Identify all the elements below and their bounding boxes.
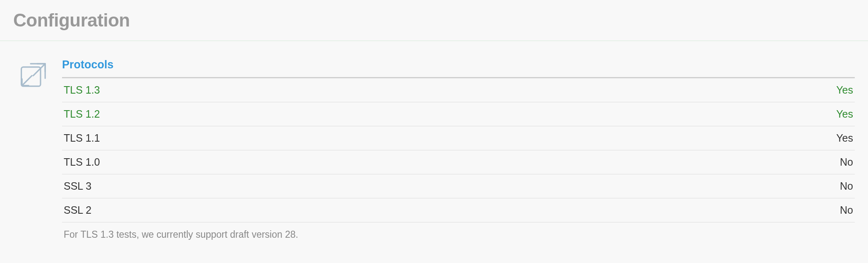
expand-icon[interactable] [17,58,50,92]
page-title: Configuration [13,10,855,31]
page-header: Configuration [0,0,868,41]
table-row: TLS 1.0 No [62,150,855,174]
table-row: SSL 3 No [62,174,855,198]
protocol-value: No [840,156,853,168]
protocol-name: SSL 3 [64,180,91,192]
protocol-value: Yes [836,84,853,96]
protocol-value: No [840,204,853,216]
protocol-name: SSL 2 [64,204,91,216]
protocols-table: Protocols TLS 1.3 Yes TLS 1.2 Yes TLS 1.… [62,58,855,250]
protocol-name: TLS 1.2 [64,108,100,120]
protocol-value: Yes [836,132,853,144]
section-title: Protocols [62,58,855,78]
table-row: TLS 1.2 Yes [62,102,855,126]
protocol-value: No [840,180,853,192]
table-row: TLS 1.1 Yes [62,126,855,150]
table-row: SSL 2 No [62,198,855,222]
icon-column [17,58,50,250]
protocol-name: TLS 1.0 [64,156,100,168]
section-footnote: For TLS 1.3 tests, we currently support … [62,222,855,250]
content-area: Protocols TLS 1.3 Yes TLS 1.2 Yes TLS 1.… [0,41,868,250]
protocol-value: Yes [836,108,853,120]
protocol-name: TLS 1.3 [64,84,100,96]
table-row: TLS 1.3 Yes [62,78,855,102]
protocol-name: TLS 1.1 [64,132,100,144]
